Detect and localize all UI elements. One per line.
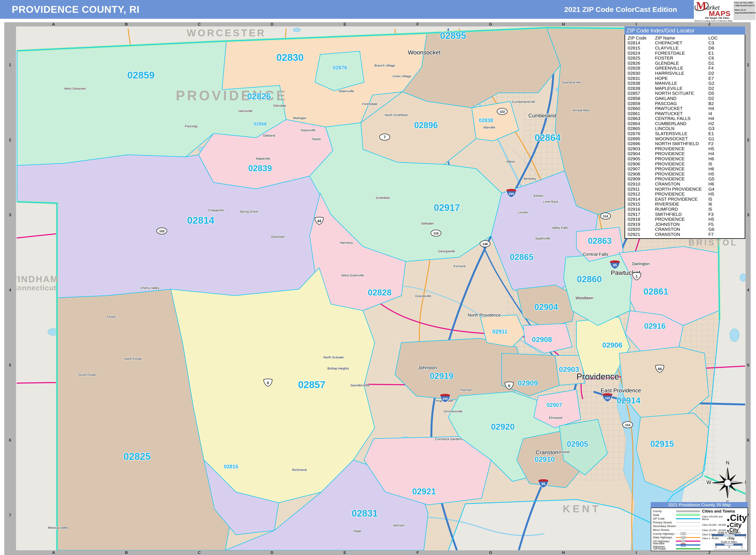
town-label-stillwater: Stillwater (421, 222, 434, 225)
legend-item-toll: Toll Roads (653, 547, 700, 551)
town-label-tarkiln: Tarkiln (312, 137, 321, 141)
zip-index-row: 02860PAWTUCKETH4 (625, 106, 745, 111)
zip-label-02876: 02876 (333, 65, 347, 71)
zip-label-02826: 02826 (247, 92, 271, 101)
svg-text:295: 295 (443, 397, 448, 400)
grid-letter-top-E: E (343, 22, 346, 27)
map-legend: 2021 Providence County, RI Map CountySta… (651, 502, 748, 551)
town-label-south-foster: South Foster (78, 373, 96, 377)
zip-label-02861: 02861 (643, 287, 668, 297)
zip-label-02921: 02921 (412, 487, 436, 496)
logo-m: M (696, 0, 707, 12)
legend-item-state: State (653, 513, 700, 517)
town-label-georgiaville: Georgiaville (438, 249, 455, 253)
zip-index-row: 02831HOPEE7 (625, 76, 745, 81)
zip-label-02825: 02825 (123, 451, 151, 462)
city-class-row: Cities 50,000 - 99,999City (702, 522, 747, 528)
zip-label-02815: 02815 (224, 464, 238, 469)
zip-index-row: 02826GLENDALED1 (625, 60, 745, 66)
town-label-glocester: Glocester (271, 235, 285, 239)
route-shield-116: 116 (431, 230, 441, 236)
town-label-diamond-hill: Diamond Hill (562, 81, 580, 84)
legend-item-secondary: Secondary Streets (653, 524, 700, 528)
town-label-comstock-gardens: Comstock Gardens (435, 437, 462, 441)
zip-label-02858: 02858 (253, 121, 266, 127)
town-label-north-foster: North Foster (124, 357, 142, 360)
grid-number-right-2: 2 (747, 138, 749, 142)
zip-index-row: 02839MAPLEVILLED2 (625, 86, 745, 91)
grid-letter-bottom-G: G (489, 550, 492, 555)
zip-label-02909: 02909 (518, 379, 538, 387)
town-label-cumberland-hill: Cumberland Hill (512, 100, 535, 103)
grid-letter-top-H: H (562, 22, 565, 27)
town-label-cherry-valley: Cherry Valley (140, 286, 160, 290)
page-title: PROVIDENCE COUNTY, RI (12, 0, 140, 19)
grid-number-left-7: 7 (9, 513, 11, 518)
zip-index-row: 02916RUMFORDI5 (625, 207, 745, 212)
town-label-thornton: Thornton (459, 388, 472, 392)
grid-number-left-1: 1 (9, 62, 11, 67)
city-label-darlington: Darlington (632, 262, 650, 266)
zip-label-02920: 02920 (491, 422, 514, 431)
svg-text:116: 116 (433, 231, 438, 235)
grid-number-left-5: 5 (9, 363, 11, 368)
grid-strip-left: 1234567 (4, 22, 16, 555)
logo-subtagline: America's Leading Source of Business Map… (694, 19, 732, 22)
svg-text:1: 1 (636, 274, 637, 279)
legend-shield-county-hwy: 123 (681, 532, 685, 535)
legend-item-state-hwy: State Highways123 (653, 536, 700, 539)
town-label-valley-falls: Valley Falls (552, 226, 568, 229)
town-label-bishop-heights: Bishop Heights (328, 367, 349, 370)
town-label-forestdale: Forestdale (362, 102, 377, 106)
svg-text:6: 6 (267, 381, 269, 385)
route-shield-102: 102 (157, 228, 167, 234)
grid-number-right-4: 4 (747, 288, 749, 292)
legend-item-minor: Minor Streets (653, 528, 700, 532)
route-shield-114: 114 (623, 422, 633, 428)
grid-number-right-3: 3 (747, 213, 749, 217)
town-label-oakland: Oakland (263, 134, 275, 137)
zip-index-body: ZIP Code ZIP Name LOC 02814CHEPACHETC302… (625, 35, 745, 239)
grid-letter-bottom-F: F (417, 550, 419, 555)
zip-index-row: 02895WOONSOCKETG1 (625, 136, 745, 141)
city-label-central-falls: Central Falls (583, 252, 608, 257)
page: { "banner": {"title": "PROVIDENCE COUNTY… (0, 0, 756, 555)
route-shield-7: 7 (380, 134, 390, 140)
logo-tagline: On Target. On Time. (705, 16, 729, 19)
town-label-pascoag: Pascoag (185, 124, 197, 128)
town-label-spring-grove: Spring Grove (240, 210, 258, 213)
zip-index-row: 02904PROVIDENCEH4 (625, 151, 745, 157)
zip-index-row: 02861PAWTUCKETI4 (625, 111, 745, 116)
town-label-albion: Albion (506, 160, 515, 163)
zip-label-02915: 02915 (650, 439, 674, 449)
logo-contact-box: CALL US TOLL FREE1-888-434-MAPS (6277)EM… (733, 1, 755, 20)
zip-label-02916: 02916 (644, 322, 666, 331)
city-label-east-providence: East Providence (600, 387, 641, 394)
compass-n: N (726, 460, 729, 466)
zip-index-row: 02859PASCOAGB2 (625, 101, 745, 106)
legend-body: CountyStateZIP CodePrimary StreetsSecond… (651, 508, 748, 551)
city-class-row: Cities 100,000 and AboveCity (702, 514, 747, 522)
grid-number-right-6: 6 (747, 438, 749, 442)
zip-index-columns: ZIP Code ZIP Name LOC (625, 35, 745, 41)
city-label-north-providence: North Providence (468, 313, 501, 317)
town-label-glendale: Glendale (273, 104, 286, 108)
svg-text:122: 122 (499, 110, 505, 113)
zip-label-02865: 02865 (510, 252, 533, 262)
grid-letter-bottom-H: H (562, 550, 565, 555)
grid-number-left-6: 6 (9, 438, 11, 442)
grid-letter-top-D: D (270, 22, 274, 27)
zip-index-row: 02876SLATERSVILLEE1 (625, 131, 745, 136)
grid-strip-bottom: ABCDEFGHIJ (4, 550, 751, 555)
zip-index-row: 02917SMITHFIELDF3 (625, 212, 745, 217)
city-label-cranston: Cranston (536, 449, 558, 456)
town-label-berkeley: Berkeley (524, 177, 536, 180)
town-label-slatersville: Slatersville (339, 89, 354, 93)
zip-index-row: 02865LINCOLNG3 (625, 126, 745, 131)
zip-index-row: 02830HARRISVILLED2 (625, 71, 745, 76)
zip-index-row: 02918PROVIDENCEH5 (625, 217, 745, 222)
town-label-nasonville: Nasonville (301, 128, 316, 132)
zip-index-row: 02920CRANSTONG6 (625, 227, 745, 232)
town-label-west-glocester: West Glocester (64, 87, 86, 90)
town-label-elmwood: Elmwood (549, 416, 562, 420)
